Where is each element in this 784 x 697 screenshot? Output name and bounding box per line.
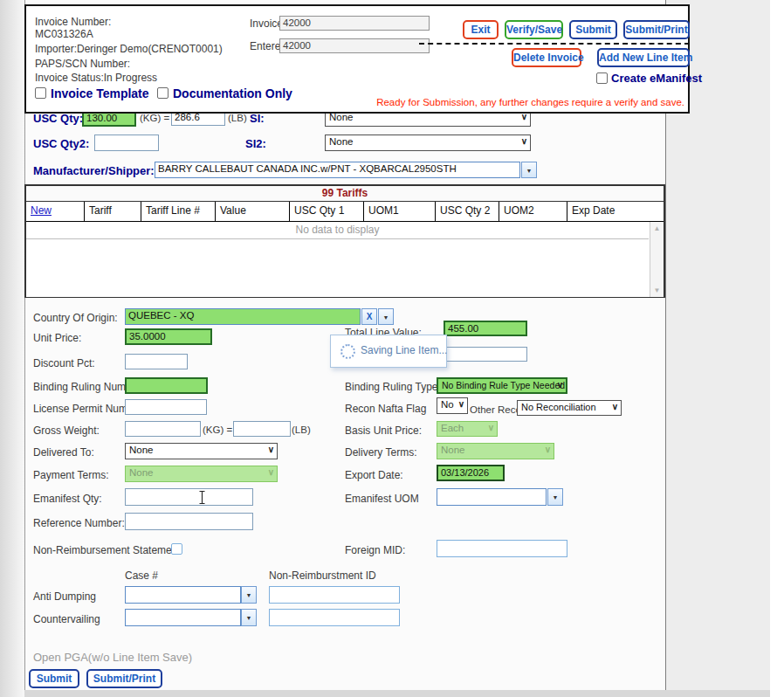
no-data-message: No data to display <box>26 222 649 239</box>
chevron-down-icon: ∨ <box>557 380 563 390</box>
reference-number-field[interactable] <box>125 513 253 530</box>
column-header-uom1[interactable]: UOM1 <box>364 202 436 221</box>
column-header-usc-qty1[interactable]: USC Qty 1 <box>290 202 364 221</box>
exit-button[interactable]: Exit <box>463 20 499 39</box>
manufacturer-shipper-combo[interactable]: BARRY CALLEBAUT CANADA INC.w/PNT - XQBAR… <box>155 162 520 178</box>
invoice-value-field[interactable]: 42000 <box>279 16 430 31</box>
gross-weight-kg-label: (KG) = <box>203 424 232 435</box>
si-label: SI: <box>250 112 265 125</box>
emanifest-qty-field[interactable] <box>125 488 253 506</box>
verify-save-button[interactable]: Verify/Save <box>505 20 563 39</box>
foreign-mid-label: Foreign MID: <box>345 544 405 556</box>
column-header-value[interactable]: Value <box>216 202 290 221</box>
reference-number-label: Reference Number: <box>33 517 125 529</box>
chevron-down-icon: ∨ <box>545 445 551 454</box>
foreign-mid-field[interactable] <box>437 540 567 557</box>
unit-price-field[interactable]: 35.0000 <box>125 328 212 345</box>
anti-dumping-label: Anti Dumping <box>33 590 96 603</box>
usc-qty-kg-label: (KG) = <box>140 113 169 123</box>
create-emanifest-checkbox[interactable] <box>596 72 608 84</box>
invoice-number-value: MC031326A <box>35 28 93 40</box>
anti-dumping-dropdown-button[interactable]: ▼ <box>241 586 257 604</box>
usc-qty2-label: USC Qty2: <box>33 137 89 150</box>
tariffs-title: 99 Tariffs <box>26 186 664 202</box>
add-new-line-item-button[interactable]: Add New Line Item <box>597 48 690 67</box>
countervailing-id-field[interactable] <box>269 609 400 626</box>
export-date-label: Export Date: <box>345 469 403 481</box>
countervailing-case-combo[interactable] <box>125 609 241 626</box>
new-tariff-link[interactable]: New <box>31 204 52 217</box>
obscured-label-field[interactable] <box>444 347 527 362</box>
column-header-exp-date[interactable]: Exp Date <box>567 202 650 221</box>
other-recon-select[interactable]: No Reconciliation∨ <box>517 400 622 416</box>
gross-weight-kg-field[interactable] <box>125 421 201 437</box>
license-permit-field[interactable] <box>125 399 207 415</box>
non-reimbursement-label: Non-Reimbursement Statement <box>33 544 181 556</box>
saving-popup: Saving Line Item... <box>330 335 447 368</box>
invoice-number-label: Invoice Number: <box>35 16 111 28</box>
gross-weight-label: Gross Weight: <box>33 424 100 437</box>
column-header-tariff-line[interactable]: Tariff Line # <box>141 202 216 221</box>
basis-unit-price-select[interactable]: Each∨ <box>437 421 498 437</box>
invoice-template-label: Invoice Template <box>51 86 149 100</box>
anti-dumping-case-combo[interactable] <box>125 586 241 604</box>
gross-weight-lb-field[interactable] <box>233 421 291 437</box>
submit-print-button-bottom[interactable]: Submit/Print <box>86 669 162 688</box>
tariffs-scrollbar[interactable]: ▲ ▼ <box>650 222 664 297</box>
documentation-only-checkbox[interactable] <box>157 87 168 99</box>
chevron-down-icon: ∨ <box>488 423 494 432</box>
discount-pct-field[interactable] <box>125 354 188 369</box>
header-dashed-divider <box>419 43 690 45</box>
country-clear-button[interactable]: X <box>361 308 377 325</box>
submit-button-top[interactable]: Submit <box>569 20 617 39</box>
entered-value-field[interactable]: 42000 <box>279 38 430 53</box>
country-of-origin-combo[interactable]: QUEBEC - XQ <box>125 308 361 325</box>
countervailing-dropdown-button[interactable]: ▼ <box>241 609 257 626</box>
chevron-down-icon: ∨ <box>521 136 527 146</box>
export-date-field[interactable]: 03/13/2026 <box>437 465 505 481</box>
submit-button-bottom[interactable]: Submit <box>29 669 79 688</box>
column-header-tariff[interactable]: Tariff <box>85 202 141 221</box>
payment-terms-label: Payment Terms: <box>33 469 108 481</box>
anti-dumping-id-field[interactable] <box>269 586 400 604</box>
recon-nafta-select[interactable]: No∨ <box>437 397 468 414</box>
country-dropdown-button[interactable]: ▼ <box>378 308 394 325</box>
tariffs-table: 99 Tariffs New Tariff Tariff Line # Valu… <box>24 184 665 298</box>
delivered-to-select[interactable]: None∨ <box>125 443 278 459</box>
ready-message: Ready for Submission, any further change… <box>376 97 684 107</box>
gross-weight-lb-label: (LB) <box>292 424 311 435</box>
delivery-terms-label: Delivery Terms: <box>345 446 416 459</box>
si2-label: SI2: <box>245 137 266 150</box>
binding-ruling-number-field[interactable] <box>125 377 208 394</box>
paps-scn-line: PAPS/SCN Number: <box>35 58 130 70</box>
manufacturer-dropdown-button[interactable]: ▼ <box>521 162 537 178</box>
emanifest-uom-dropdown-button[interactable]: ▼ <box>547 488 563 506</box>
tariffs-table-body: No data to display ▲ ▼ <box>26 222 664 297</box>
column-header-usc-qty2[interactable]: USC Qty 2 <box>436 202 499 221</box>
delete-invoice-button[interactable]: Delete Invoice <box>512 48 581 67</box>
emanifest-uom-combo[interactable] <box>437 488 547 506</box>
payment-terms-select[interactable]: None∨ <box>125 466 278 482</box>
si2-select[interactable]: None∨ <box>325 135 531 151</box>
scroll-down-icon[interactable]: ▼ <box>650 286 664 294</box>
create-emanifest-label: Create eManifest <box>611 72 702 85</box>
usc-qty2-field[interactable] <box>94 135 159 151</box>
emanifest-qty-label: Emanifest Qty: <box>33 493 102 505</box>
tariffs-header-row: New Tariff Tariff Line # Value USC Qty 1… <box>26 202 664 222</box>
scroll-up-icon[interactable]: ▲ <box>650 224 664 232</box>
non-reimbursement-checkbox[interactable] <box>171 543 182 555</box>
binding-ruling-type-select[interactable]: No Binding Rule Type Needed∨ <box>437 377 567 394</box>
open-pga-link[interactable]: Open PGA(w/o Line Item Save) <box>33 651 192 664</box>
emanifest-uom-label: Emanifest UOM <box>345 493 419 505</box>
column-header-uom2[interactable]: UOM2 <box>499 202 567 221</box>
submit-print-button-top[interactable]: Submit/Print <box>623 20 690 39</box>
saving-popup-text: Saving Line Item... <box>361 344 447 356</box>
text-cursor-icon <box>197 490 207 505</box>
discount-pct-label: Discount Pct: <box>33 357 95 369</box>
chevron-down-icon: ∨ <box>612 402 618 411</box>
invoice-status-line: Invoice Status:In Progress <box>35 72 157 84</box>
total-line-value-field[interactable]: 455.00 <box>444 321 527 336</box>
invoice-template-checkbox[interactable] <box>35 87 46 99</box>
manufacturer-shipper-label: Manufacturer/Shipper: <box>33 164 155 177</box>
delivery-terms-select[interactable]: None∨ <box>437 443 554 459</box>
